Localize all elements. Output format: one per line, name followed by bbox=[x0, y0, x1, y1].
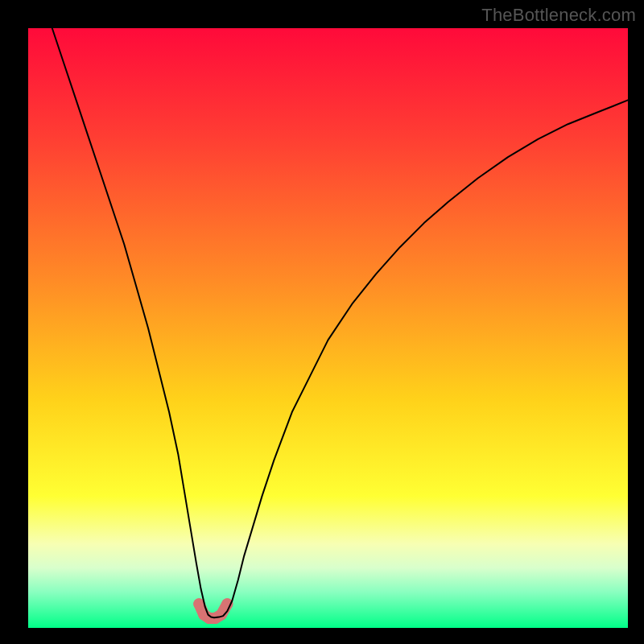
bottleneck-curve bbox=[52, 28, 628, 617]
trough-markers-4 bbox=[216, 609, 227, 621]
chart-frame: TheBottleneck.com bbox=[0, 0, 644, 644]
curve-layer bbox=[28, 28, 628, 628]
watermark-text: TheBottleneck.com bbox=[481, 5, 636, 26]
